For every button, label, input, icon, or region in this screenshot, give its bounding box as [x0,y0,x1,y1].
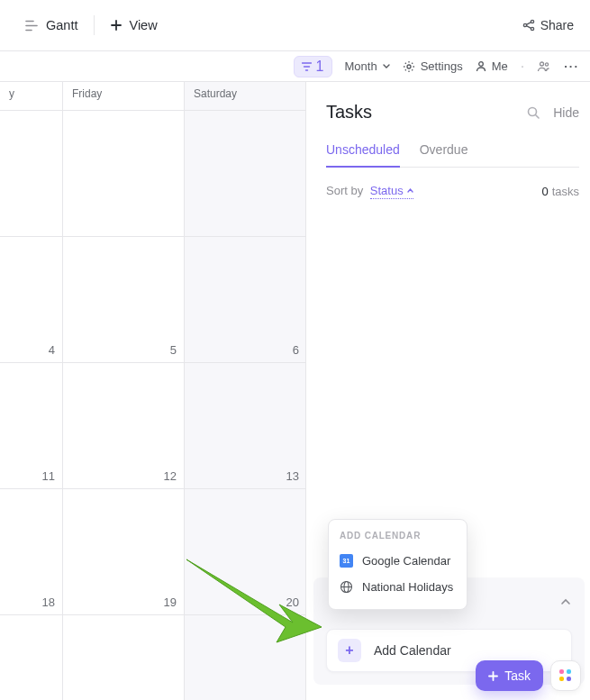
svg-point-16 [546,63,549,66]
date-number: 4 [49,343,55,357]
date-number: 6 [293,343,299,357]
share-label: Share [540,18,574,32]
me-button[interactable]: Me [476,59,508,73]
calendar-cell[interactable]: 13 [185,363,306,489]
svg-point-7 [531,27,533,30]
filter-chip[interactable]: 1 [294,56,332,77]
svg-line-8 [526,23,531,25]
panel-title: Tasks [326,102,372,123]
calendar-cell[interactable]: 11 [0,363,63,489]
calendar-cell[interactable]: 19 [63,489,185,615]
settings-label: Settings [421,59,463,73]
popover-item-label: National Holidays [362,580,453,594]
calendar-cell[interactable] [185,615,306,700]
sort-value: Status [370,184,404,197]
range-label: Month [345,59,377,73]
svg-line-18 [536,114,540,118]
calendar-row: 11 12 13 [0,363,305,489]
filter-bar: 1 Month Settings Me · ··· [0,51,590,82]
search-icon[interactable] [526,105,540,120]
calendar-row: 25 26 [0,615,305,700]
panel-header: Tasks Hide [326,102,579,123]
add-calendar-popover: ADD CALENDAR Google Calendar National Ho… [328,519,467,610]
floating-actions: Task [476,660,581,691]
calendar-cell[interactable]: 18 [0,489,63,615]
popover-google-calendar[interactable]: Google Calendar [340,548,456,574]
date-number: 13 [286,469,299,483]
calendar-body: 4 5 6 11 12 13 18 19 20 25 26 [0,111,305,700]
divider [94,15,95,35]
calendar-cell[interactable] [0,111,63,237]
svg-point-13 [407,65,411,68]
globe-icon [340,580,353,594]
people-icon [537,60,551,72]
calendar-row: 18 19 20 [0,489,305,615]
calendar-cell[interactable]: 12 [63,363,185,489]
date-number: 11 [42,469,55,483]
sort-label: Sort by [326,184,363,197]
calendar-cell[interactable]: 4 [0,237,63,363]
share-button[interactable]: Share [522,18,574,32]
more-options-button[interactable]: ··· [564,59,579,73]
svg-point-5 [531,20,533,23]
new-task-label: Task [504,668,531,683]
gantt-view-tab[interactable]: Gantt [16,13,86,38]
date-number: 20 [286,595,299,609]
chevron-up-icon[interactable] [559,597,572,606]
date-number: 12 [164,469,177,483]
filter-count: 1 [316,59,324,75]
date-number: 18 [42,595,55,609]
svg-point-14 [478,62,483,67]
sort-dropdown[interactable]: Status [370,184,413,199]
add-view-tab[interactable]: View [102,13,166,38]
add-view-label: View [129,18,157,32]
day-header-partial: y [0,82,63,111]
apps-icon [559,669,572,682]
share-icon [522,19,535,32]
popover-national-holidays[interactable]: National Holidays [340,574,456,600]
add-calendar-label: Add Calendar [374,643,451,658]
person-icon [476,60,486,72]
calendar-cell[interactable] [185,111,306,237]
popover-title: ADD CALENDAR [340,527,456,548]
calendar-row [0,111,305,237]
view-tabs: Gantt View [16,13,167,38]
calendar-cell[interactable]: 5 [63,237,185,363]
filter-icon [302,62,312,71]
gantt-icon [25,20,39,32]
range-dropdown[interactable]: Month [345,59,390,73]
calendar-cell[interactable]: 20 [185,489,306,615]
plus-icon [111,20,122,31]
chevron-down-icon [383,64,390,69]
main-area: y Friday Saturday 4 5 6 11 12 [0,82,590,700]
task-count: 0tasks [541,185,579,198]
popover-item-label: Google Calendar [362,554,450,568]
calendar-cell[interactable]: 25 [0,615,63,700]
me-label: Me [492,59,508,73]
separator-dot: · [521,59,524,75]
calendar-grid: y Friday Saturday 4 5 6 11 12 [0,82,306,700]
date-number: 19 [164,595,177,609]
task-tabs: Unscheduled Overdue [326,142,579,168]
tab-unscheduled[interactable]: Unscheduled [326,142,400,168]
google-calendar-icon [340,554,353,568]
calendar-header-row: y Friday Saturday [0,82,305,111]
apps-button[interactable] [550,660,581,691]
day-header-saturday: Saturday [185,82,306,111]
top-toolbar: Gantt View Share [0,0,590,51]
svg-point-6 [523,23,526,26]
calendar-cell[interactable] [63,111,185,237]
sort-row: Sort by Status 0tasks [326,184,579,199]
settings-button[interactable]: Settings [403,59,463,73]
tab-overdue[interactable]: Overdue [420,142,468,167]
date-number: 5 [170,343,177,357]
task-count-number: 0 [541,185,548,198]
day-header-friday: Friday [63,82,185,111]
hide-panel-button[interactable]: Hide [553,105,579,120]
calendar-row: 4 5 6 [0,237,305,363]
assignees-button[interactable] [537,60,551,72]
gantt-label: Gantt [46,18,77,32]
new-task-button[interactable]: Task [476,660,543,691]
calendar-cell[interactable]: 6 [185,237,306,363]
calendar-cell[interactable]: 26 [63,615,185,700]
